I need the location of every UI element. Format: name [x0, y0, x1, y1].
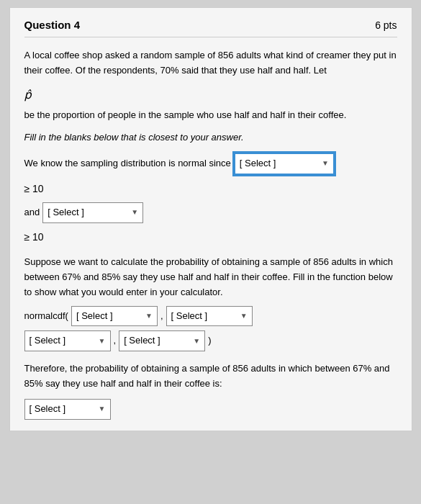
paragraph-4: Therefore, the probability of obtaining … [24, 361, 397, 392]
dropdown-arrow-3: ▼ [145, 310, 153, 322]
and-select-row: and [ Select ] ▼ [24, 202, 397, 223]
instruction-text: Fill in the blanks below that is closest… [24, 130, 397, 145]
dropdown-arrow-7: ▼ [99, 403, 106, 415]
paragraph-1: A local coffee shop asked a random sampl… [24, 48, 397, 78]
select-7-label: [ Select ] [30, 402, 66, 417]
line1-prefix: We know the sampling distribution is nor… [24, 156, 231, 171]
page-container: Question 4 6 pts A local coffee shop ask… [9, 7, 412, 431]
select-4-label: [ Select ] [171, 309, 208, 324]
normalcdf-label: normalcdf( [24, 309, 68, 324]
p-hat-symbol: p̂ [24, 86, 397, 104]
question-body: A local coffee shop asked a random sampl… [24, 48, 397, 420]
question-pts: 6 pts [375, 19, 397, 31]
paragraph-2: be the proportion of people in the sampl… [24, 108, 397, 123]
select-6-label: [ Select ] [124, 333, 160, 348]
dropdown-arrow-5: ▼ [99, 336, 106, 347]
normalcdf-row-1: normalcdf( [ Select ] ▼ , [ Select ] ▼ [24, 306, 397, 327]
comma-2: , [114, 333, 117, 348]
closing-paren: ) [208, 333, 211, 348]
select-dropdown-6[interactable]: [ Select ] ▼ [119, 330, 205, 351]
question-title: Question 4 [24, 19, 81, 31]
select-dropdown-7[interactable]: [ Select ] ▼ [24, 399, 111, 420]
select-3-label: [ Select ] [76, 309, 113, 324]
dropdown-arrow-1: ▼ [322, 158, 329, 169]
select-dropdown-2[interactable]: [ Select ] ▼ [42, 202, 143, 223]
dropdown-arrow-6: ▼ [193, 336, 200, 347]
and-label: and [24, 205, 40, 220]
select-1-label: [ Select ] [240, 156, 276, 171]
comma-1: , [160, 309, 163, 324]
normalcdf-row-2: [ Select ] ▼ , [ Select ] ▼ ) [24, 330, 397, 351]
paragraph-3: Suppose we want to calculate the probabi… [24, 255, 397, 300]
select-5-label: [ Select ] [30, 333, 66, 348]
select-dropdown-3[interactable]: [ Select ] ▼ [71, 306, 158, 327]
last-select-row: [ Select ] ▼ [24, 399, 397, 420]
select-dropdown-5[interactable]: [ Select ] ▼ [24, 330, 111, 351]
select-2-label: [ Select ] [47, 205, 84, 220]
gte-10-second: ≥ 10 [24, 229, 397, 245]
dropdown-arrow-2: ▼ [131, 207, 138, 218]
gte-10-first: ≥ 10 [24, 181, 397, 197]
select-dropdown-4[interactable]: [ Select ] ▼ [166, 306, 253, 327]
dropdown-arrow-4: ▼ [240, 310, 248, 322]
select-dropdown-1[interactable]: [ Select ] ▼ [234, 153, 335, 175]
sampling-normal-row: We know the sampling distribution is nor… [24, 153, 397, 175]
question-header: Question 4 6 pts [24, 19, 397, 37]
